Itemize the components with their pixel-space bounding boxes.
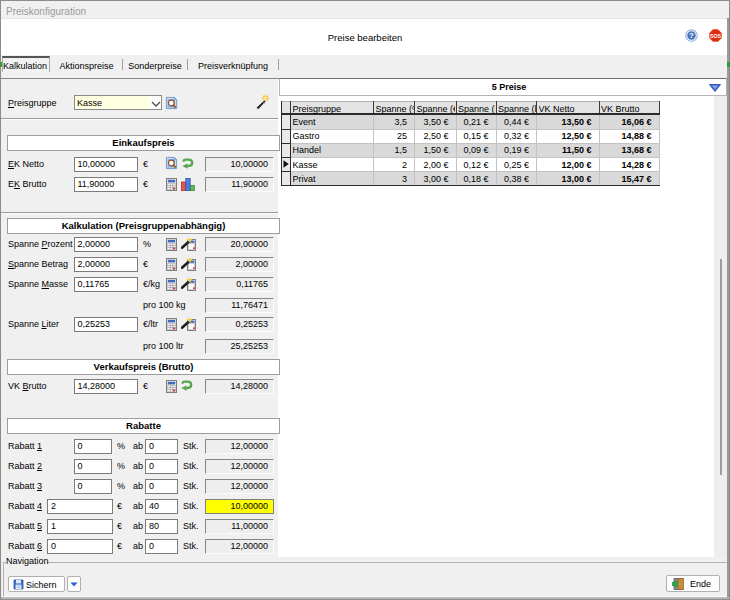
svg-text:SOS: SOS	[710, 33, 721, 39]
svg-text:?: ?	[689, 31, 694, 40]
